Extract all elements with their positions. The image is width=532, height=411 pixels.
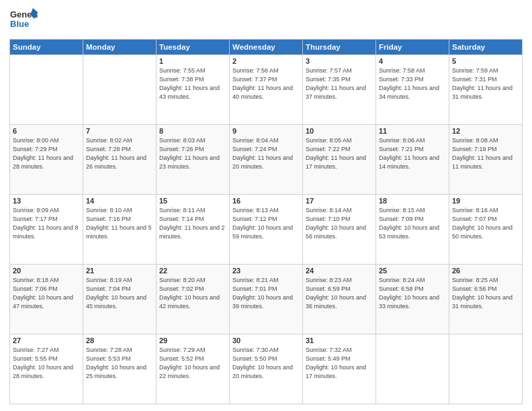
cell-info: Sunrise: 7:56 AMSunset: 7:37 PMDaylight:… bbox=[232, 66, 300, 101]
calendar-cell: 14Sunrise: 8:10 AMSunset: 7:16 PMDayligh… bbox=[83, 195, 157, 265]
cell-info: Sunrise: 8:21 AMSunset: 7:01 PMDaylight:… bbox=[232, 276, 300, 311]
day-number: 5 bbox=[452, 57, 519, 65]
calendar-cell: 5Sunrise: 7:59 AMSunset: 7:31 PMDaylight… bbox=[449, 55, 523, 125]
weekday-header-friday: Friday bbox=[376, 40, 449, 55]
cell-info: Sunrise: 8:18 AMSunset: 7:06 PMDaylight:… bbox=[13, 276, 80, 311]
day-number: 28 bbox=[86, 336, 153, 345]
weekday-header-monday: Monday bbox=[83, 40, 157, 55]
calendar-cell: 9Sunrise: 8:04 AMSunset: 7:24 PMDaylight… bbox=[230, 125, 303, 195]
calendar-week-row: 13Sunrise: 8:09 AMSunset: 7:17 PMDayligh… bbox=[10, 195, 523, 265]
cell-info: Sunrise: 8:14 AMSunset: 7:10 PMDaylight:… bbox=[306, 206, 373, 241]
weekday-header-tuesday: Tuesday bbox=[157, 40, 230, 55]
cell-info: Sunrise: 8:02 AMSunset: 7:28 PMDaylight:… bbox=[86, 136, 153, 171]
calendar-cell: 29Sunrise: 7:29 AMSunset: 5:52 PMDayligh… bbox=[157, 334, 230, 404]
cell-info: Sunrise: 7:58 AMSunset: 7:33 PMDaylight:… bbox=[379, 66, 446, 101]
day-number: 10 bbox=[306, 127, 373, 135]
cell-info: Sunrise: 8:23 AMSunset: 6:59 PMDaylight:… bbox=[306, 276, 373, 311]
calendar-cell: 13Sunrise: 8:09 AMSunset: 7:17 PMDayligh… bbox=[10, 195, 83, 265]
calendar-cell: 19Sunrise: 8:16 AMSunset: 7:07 PMDayligh… bbox=[449, 195, 523, 265]
calendar-cell: 11Sunrise: 8:06 AMSunset: 7:21 PMDayligh… bbox=[376, 125, 449, 195]
cell-info: Sunrise: 8:04 AMSunset: 7:24 PMDaylight:… bbox=[232, 136, 300, 171]
cell-info: Sunrise: 8:25 AMSunset: 6:56 PMDaylight:… bbox=[452, 276, 519, 311]
calendar-cell: 1Sunrise: 7:55 AMSunset: 7:38 PMDaylight… bbox=[157, 55, 230, 125]
day-number: 14 bbox=[86, 197, 153, 205]
calendar-cell: 4Sunrise: 7:58 AMSunset: 7:33 PMDaylight… bbox=[376, 55, 449, 125]
day-number: 2 bbox=[232, 57, 300, 65]
cell-info: Sunrise: 8:00 AMSunset: 7:29 PMDaylight:… bbox=[13, 136, 80, 171]
calendar-cell: 18Sunrise: 8:15 AMSunset: 7:09 PMDayligh… bbox=[376, 195, 449, 265]
calendar-week-row: 27Sunrise: 7:27 AMSunset: 5:55 PMDayligh… bbox=[10, 334, 523, 404]
page: General Blue SundayMondayTuesdayWednesda… bbox=[0, 0, 532, 411]
calendar-cell: 24Sunrise: 8:23 AMSunset: 6:59 PMDayligh… bbox=[303, 265, 376, 334]
cell-info: Sunrise: 8:24 AMSunset: 6:58 PMDaylight:… bbox=[379, 276, 446, 311]
day-number: 1 bbox=[159, 57, 226, 65]
calendar-week-row: 20Sunrise: 8:18 AMSunset: 7:06 PMDayligh… bbox=[10, 265, 523, 334]
day-number: 30 bbox=[232, 336, 300, 345]
cell-info: Sunrise: 7:57 AMSunset: 7:35 PMDaylight:… bbox=[306, 66, 373, 101]
calendar-cell: 12Sunrise: 8:08 AMSunset: 7:19 PMDayligh… bbox=[449, 125, 523, 195]
cell-info: Sunrise: 7:55 AMSunset: 7:38 PMDaylight:… bbox=[159, 66, 226, 101]
weekday-header-wednesday: Wednesday bbox=[230, 40, 303, 55]
calendar-cell: 17Sunrise: 8:14 AMSunset: 7:10 PMDayligh… bbox=[303, 195, 376, 265]
weekday-header-saturday: Saturday bbox=[449, 40, 523, 55]
calendar-cell bbox=[449, 334, 523, 404]
logo-area: General Blue bbox=[9, 7, 38, 35]
cell-info: Sunrise: 8:10 AMSunset: 7:16 PMDaylight:… bbox=[86, 206, 153, 241]
day-number: 7 bbox=[86, 127, 153, 135]
cell-info: Sunrise: 7:59 AMSunset: 7:31 PMDaylight:… bbox=[452, 66, 519, 101]
day-number: 17 bbox=[306, 197, 373, 205]
day-number: 6 bbox=[13, 127, 80, 135]
weekday-header-sunday: Sunday bbox=[10, 40, 83, 55]
day-number: 4 bbox=[379, 57, 446, 65]
calendar-week-row: 1Sunrise: 7:55 AMSunset: 7:38 PMDaylight… bbox=[10, 55, 523, 125]
calendar-cell: 22Sunrise: 8:20 AMSunset: 7:02 PMDayligh… bbox=[157, 265, 230, 334]
day-number: 11 bbox=[379, 127, 446, 135]
calendar-cell bbox=[376, 334, 449, 404]
day-number: 15 bbox=[159, 197, 226, 205]
day-number: 12 bbox=[452, 127, 519, 135]
calendar-cell: 3Sunrise: 7:57 AMSunset: 7:35 PMDaylight… bbox=[303, 55, 376, 125]
cell-info: Sunrise: 8:20 AMSunset: 7:02 PMDaylight:… bbox=[159, 276, 226, 311]
calendar-cell: 27Sunrise: 7:27 AMSunset: 5:55 PMDayligh… bbox=[10, 334, 83, 404]
calendar-cell: 7Sunrise: 8:02 AMSunset: 7:28 PMDaylight… bbox=[83, 125, 157, 195]
calendar-cell: 21Sunrise: 8:19 AMSunset: 7:04 PMDayligh… bbox=[83, 265, 157, 334]
svg-text:Blue: Blue bbox=[10, 19, 29, 29]
cell-info: Sunrise: 8:19 AMSunset: 7:04 PMDaylight:… bbox=[86, 276, 153, 311]
calendar-cell: 2Sunrise: 7:56 AMSunset: 7:37 PMDaylight… bbox=[230, 55, 303, 125]
day-number: 27 bbox=[13, 336, 80, 345]
cell-info: Sunrise: 8:15 AMSunset: 7:09 PMDaylight:… bbox=[379, 206, 446, 241]
day-number: 19 bbox=[452, 197, 519, 205]
cell-info: Sunrise: 8:06 AMSunset: 7:21 PMDaylight:… bbox=[379, 136, 446, 171]
day-number: 13 bbox=[13, 197, 80, 205]
day-number: 25 bbox=[379, 267, 446, 275]
weekday-header-thursday: Thursday bbox=[303, 40, 376, 55]
day-number: 29 bbox=[159, 336, 226, 345]
day-number: 23 bbox=[232, 267, 300, 275]
cell-info: Sunrise: 7:29 AMSunset: 5:52 PMDaylight:… bbox=[159, 346, 226, 381]
day-number: 24 bbox=[306, 267, 373, 275]
cell-info: Sunrise: 8:13 AMSunset: 7:12 PMDaylight:… bbox=[232, 206, 300, 241]
calendar-cell: 31Sunrise: 7:32 AMSunset: 5:49 PMDayligh… bbox=[303, 334, 376, 404]
calendar-cell: 25Sunrise: 8:24 AMSunset: 6:58 PMDayligh… bbox=[376, 265, 449, 334]
cell-info: Sunrise: 8:16 AMSunset: 7:07 PMDaylight:… bbox=[452, 206, 519, 241]
cell-info: Sunrise: 8:03 AMSunset: 7:26 PMDaylight:… bbox=[159, 136, 226, 171]
cell-info: Sunrise: 8:11 AMSunset: 7:14 PMDaylight:… bbox=[159, 206, 226, 241]
calendar-cell: 10Sunrise: 8:05 AMSunset: 7:22 PMDayligh… bbox=[303, 125, 376, 195]
logo-icon: General Blue bbox=[9, 7, 38, 35]
calendar-cell: 28Sunrise: 7:28 AMSunset: 5:53 PMDayligh… bbox=[83, 334, 157, 404]
day-number: 3 bbox=[306, 57, 373, 65]
calendar-table: SundayMondayTuesdayWednesdayThursdayFrid… bbox=[9, 39, 523, 404]
logo: General Blue bbox=[9, 7, 38, 35]
day-number: 9 bbox=[232, 127, 300, 135]
top-section: General Blue bbox=[9, 7, 523, 35]
day-number: 26 bbox=[452, 267, 519, 275]
day-number: 20 bbox=[13, 267, 80, 275]
day-number: 22 bbox=[159, 267, 226, 275]
cell-info: Sunrise: 7:32 AMSunset: 5:49 PMDaylight:… bbox=[306, 346, 373, 381]
calendar-cell: 16Sunrise: 8:13 AMSunset: 7:12 PMDayligh… bbox=[230, 195, 303, 265]
cell-info: Sunrise: 8:09 AMSunset: 7:17 PMDaylight:… bbox=[13, 206, 80, 241]
calendar-cell: 15Sunrise: 8:11 AMSunset: 7:14 PMDayligh… bbox=[157, 195, 230, 265]
day-number: 31 bbox=[306, 336, 373, 345]
calendar-cell bbox=[83, 55, 157, 125]
cell-info: Sunrise: 8:08 AMSunset: 7:19 PMDaylight:… bbox=[452, 136, 519, 171]
